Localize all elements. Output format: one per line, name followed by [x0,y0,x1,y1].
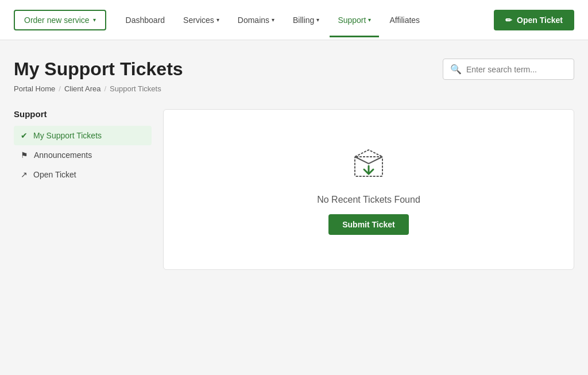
sidebar-icon-my-support-tickets: ✔ [21,131,28,140]
sidebar-label-announcements: Announcements [34,150,92,160]
nav-link-support[interactable]: Support ▾ [330,11,379,29]
breadcrumb-link[interactable]: Portal Home [14,84,55,93]
sidebar-item-open-ticket[interactable]: ↗Open Ticket [14,165,152,184]
main-panel: No Recent Tickets Found Submit Ticket [163,109,574,270]
navbar: Order new service ▾ DashboardServices ▾D… [0,0,588,40]
pencil-icon: ✏ [505,16,512,25]
sidebar-heading: Support [14,109,152,119]
caret-icon: ▾ [316,17,319,23]
nav-link-domains[interactable]: Domains ▾ [230,11,283,29]
order-caret-icon: ▾ [93,17,96,23]
breadcrumb-separator: / [59,84,61,93]
no-tickets-text: No Recent Tickets Found [317,195,420,205]
sidebar-label-open-ticket: Open Ticket [33,170,76,179]
content-wrapper: My Support Tickets 🔍 Portal Home/Client … [0,40,588,288]
breadcrumb-link[interactable]: Client Area [64,84,101,93]
nav-link-services[interactable]: Services ▾ [175,11,227,29]
caret-icon: ▾ [216,17,219,23]
breadcrumb-current: Support Tickets [110,84,161,93]
no-tickets-icon [348,144,389,185]
search-input[interactable] [466,65,567,74]
nav-link-billing[interactable]: Billing ▾ [285,11,327,29]
nav-link-dashboard[interactable]: Dashboard [118,11,173,29]
sidebar-icon-open-ticket: ↗ [21,170,28,179]
sidebar-icon-announcements: ⚑ [21,150,28,160]
sidebar-item-my-support-tickets[interactable]: ✔My Support Tickets [14,126,152,145]
sidebar-items: ✔My Support Tickets⚑Announcements↗Open T… [14,126,152,184]
submit-ticket-button[interactable]: Submit Ticket [328,214,409,235]
page-header: My Support Tickets 🔍 [14,59,574,80]
main-layout: Support ✔My Support Tickets⚑Announcement… [14,109,574,270]
order-new-service-button[interactable]: Order new service ▾ [14,10,106,30]
order-label: Order new service [24,16,90,25]
nav-link-affiliates[interactable]: Affiliates [381,11,428,29]
empty-state: No Recent Tickets Found Submit Ticket [317,144,420,235]
sidebar-item-announcements[interactable]: ⚑Announcements [14,145,152,165]
open-ticket-button[interactable]: ✏ Open Ticket [494,10,574,30]
page-title: My Support Tickets [14,59,183,80]
breadcrumb-separator: / [104,84,106,93]
caret-icon: ▾ [272,17,274,23]
breadcrumb: Portal Home/Client Area/Support Tickets [14,84,574,93]
search-box: 🔍 [443,59,574,80]
caret-icon: ▾ [368,17,371,23]
search-icon: 🔍 [450,64,462,75]
sidebar-label-my-support-tickets: My Support Tickets [33,131,102,140]
sidebar: Support ✔My Support Tickets⚑Announcement… [14,109,152,184]
nav-links: DashboardServices ▾Domains ▾Billing ▾Sup… [118,11,490,29]
